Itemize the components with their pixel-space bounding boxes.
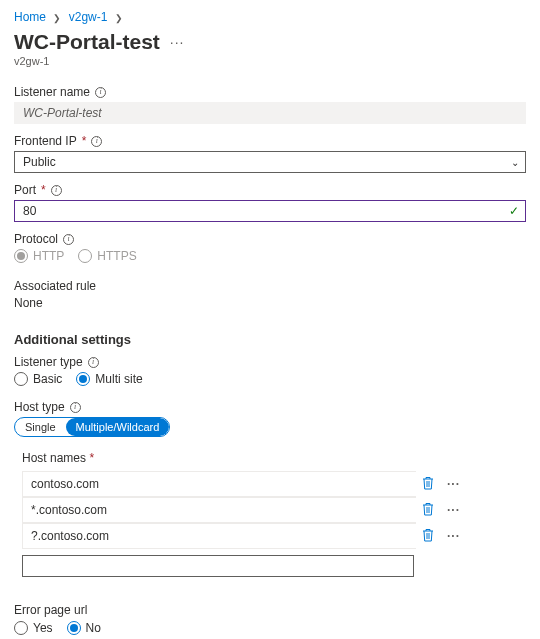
breadcrumb-parent[interactable]: v2gw-1 [69,10,108,24]
info-icon[interactable]: i [70,402,81,413]
chevron-right-icon: ❯ [53,13,61,23]
hostname-value[interactable]: *.contoso.com [22,497,416,523]
hostname-row: contoso.com··· [22,471,460,497]
required-marker: * [82,134,87,148]
chevron-down-icon: ⌄ [511,157,519,168]
hostnames-label: Host names [22,451,86,465]
radio-icon [14,249,28,263]
trash-icon [422,528,434,542]
protocol-http-label: HTTP [33,249,64,263]
chevron-right-icon: ❯ [115,13,123,23]
hostname-more-icon[interactable]: ··· [447,503,460,517]
host-type-toggle[interactable]: Single Multiple/Wildcard [14,417,170,437]
radio-icon [67,621,81,635]
resource-subtitle: v2gw-1 [14,55,526,67]
breadcrumb-home[interactable]: Home [14,10,46,24]
info-icon[interactable]: i [91,136,102,147]
frontend-ip-label: Frontend IP [14,134,77,148]
frontend-ip-dropdown[interactable]: Public ⌄ [14,151,526,173]
hostname-new-input[interactable] [22,555,414,577]
listener-type-basic-radio[interactable]: Basic [14,372,62,386]
radio-icon [76,372,90,386]
delete-hostname-button[interactable] [422,476,434,493]
listener-type-basic-label: Basic [33,372,62,386]
protocol-https-label: HTTPS [97,249,136,263]
required-marker: * [41,183,46,197]
info-icon[interactable]: i [95,87,106,98]
required-marker: * [89,451,94,465]
hostname-more-icon[interactable]: ··· [447,477,460,491]
host-type-label: Host type [14,400,65,414]
listener-name-label: Listener name [14,85,90,99]
trash-icon [422,476,434,490]
host-type-multiple[interactable]: Multiple/Wildcard [66,418,170,436]
breadcrumb: Home ❯ v2gw-1 ❯ [14,8,526,30]
listener-name-input [14,102,526,124]
radio-icon [14,372,28,386]
port-value: 80 [23,204,36,218]
info-icon[interactable]: i [63,234,74,245]
radio-icon [78,249,92,263]
listener-type-multi-label: Multi site [95,372,142,386]
additional-settings-header: Additional settings [14,332,526,347]
protocol-http-radio: HTTP [14,249,64,263]
info-icon[interactable]: i [88,357,99,368]
delete-hostname-button[interactable] [422,528,434,545]
port-dropdown[interactable]: 80 ✓ [14,200,526,222]
info-icon[interactable]: i [51,185,62,196]
checkmark-icon: ✓ [509,204,519,218]
hostname-row: *.contoso.com··· [22,497,460,523]
page-title: WC-Portal-test [14,30,160,54]
port-label: Port [14,183,36,197]
delete-hostname-button[interactable] [422,502,434,519]
associated-rule-label: Associated rule [14,279,526,293]
host-type-single[interactable]: Single [15,418,66,436]
associated-rule-value: None [14,296,526,310]
listener-type-label: Listener type [14,355,83,369]
hostname-value[interactable]: contoso.com [22,471,416,497]
protocol-label: Protocol [14,232,58,246]
error-page-no-label: No [86,621,101,635]
more-actions-icon[interactable]: ··· [170,34,185,50]
error-page-yes-radio[interactable]: Yes [14,621,53,635]
trash-icon [422,502,434,516]
listener-type-multi-radio[interactable]: Multi site [76,372,142,386]
protocol-https-radio: HTTPS [78,249,136,263]
hostname-value[interactable]: ?.contoso.com [22,523,416,549]
frontend-ip-value: Public [23,155,56,169]
hostname-more-icon[interactable]: ··· [447,529,460,543]
radio-icon [14,621,28,635]
error-page-no-radio[interactable]: No [67,621,101,635]
error-page-yes-label: Yes [33,621,53,635]
hostname-row: ?.contoso.com··· [22,523,460,549]
error-page-label: Error page url [14,603,526,617]
